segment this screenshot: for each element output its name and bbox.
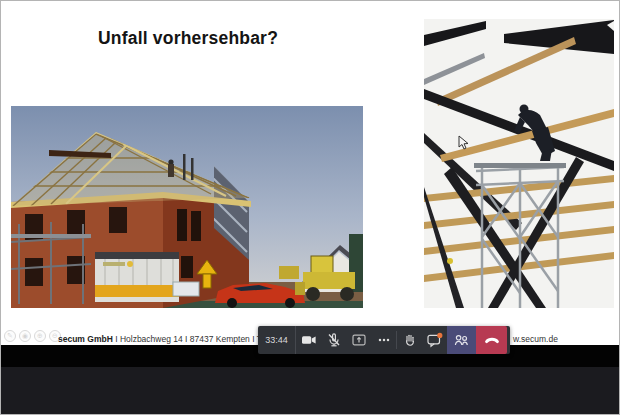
chat-button[interactable] [422,326,447,354]
more-options-icon [376,332,392,348]
slide-footer-website: w.secum.de [513,334,558,344]
zoom-in-icon[interactable]: ⊕ [34,330,46,342]
mic-muted-icon [326,332,342,348]
chat-icon [426,332,443,348]
hang-up-button[interactable] [476,326,507,354]
more-options-button[interactable] [371,326,396,354]
photo-worker-on-beams [424,19,614,308]
raise-hand-button[interactable] [397,326,422,354]
slide-footer-address: secum GmbH I Holzbachweg 14 I 87437 Kemp… [58,334,262,344]
laser-pointer-icon[interactable]: ◉ [19,330,31,342]
slide-title: Unfall vorhersehbar? [98,28,278,49]
teams-meeting-window: Unfall vorhersehbar? [0,0,620,415]
microphone-button[interactable] [321,326,346,354]
share-screen-icon [351,332,367,348]
company-address: I Holzbachweg 14 I 87437 Kempten I T [113,334,262,344]
camera-button[interactable] [296,326,321,354]
participants-icon [453,332,470,348]
camera-icon [301,332,317,348]
share-screen-button[interactable] [346,326,371,354]
participants-bar: B AK OA PL Löchle, Peter [1,367,620,415]
annotation-toolbar: ✎ ◉ ⊕ ⊖ [4,330,61,342]
participants-button[interactable] [447,326,476,354]
shared-slide: Unfall vorhersehbar? [1,1,620,345]
call-toolbar: 33:44 [258,326,510,354]
mouse-cursor [458,135,469,150]
raise-hand-icon [402,332,418,348]
photo-house-construction [11,106,363,308]
company-name: secum GmbH [58,334,113,344]
hang-up-icon [483,332,501,348]
notification-dot [437,333,442,338]
call-timer: 33:44 [258,326,296,354]
pen-icon[interactable]: ✎ [4,330,16,342]
